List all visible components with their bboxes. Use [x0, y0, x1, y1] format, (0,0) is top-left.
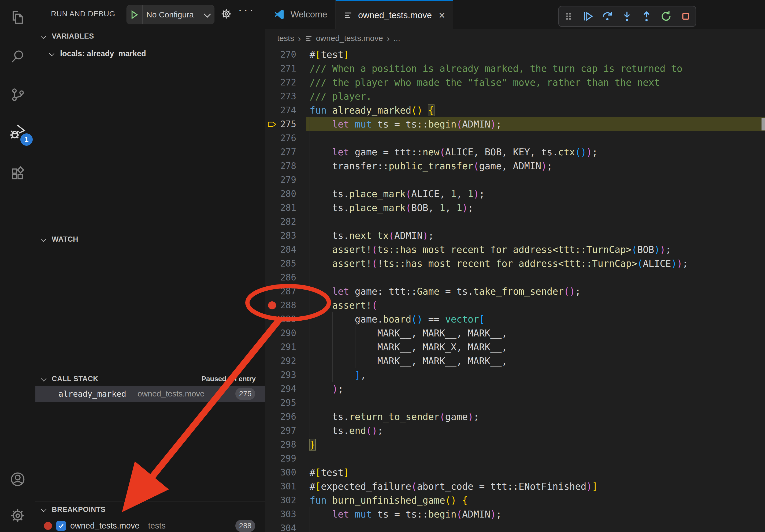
- breakpoint-icon[interactable]: [268, 301, 276, 309]
- breakpoint-list-item[interactable]: owned_tests.move tests 288: [35, 518, 265, 532]
- gutter[interactable]: [265, 243, 279, 257]
- code-text: }: [307, 438, 765, 452]
- gutter[interactable]: [265, 382, 279, 396]
- breakpoint-checkbox[interactable]: [56, 521, 66, 531]
- gutter[interactable]: [265, 452, 279, 465]
- gutter[interactable]: [265, 131, 279, 145]
- gutter[interactable]: [265, 215, 279, 229]
- tab-label: owned_tests.move: [358, 10, 432, 20]
- gutter[interactable]: [265, 48, 279, 62]
- gutter[interactable]: [265, 396, 279, 410]
- gutter[interactable]: [265, 145, 279, 159]
- stop-button[interactable]: [679, 10, 692, 23]
- drag-handle-icon[interactable]: [563, 10, 574, 23]
- continue-button[interactable]: [582, 10, 594, 23]
- breadcrumb-file[interactable]: owned_tests.move: [316, 34, 383, 43]
- line-number: 274: [279, 104, 296, 117]
- activity-settings[interactable]: [0, 507, 35, 524]
- check-icon: [58, 522, 65, 529]
- code-line-304: 304: [265, 521, 765, 532]
- current-line-icon: [267, 121, 277, 128]
- step-out-button[interactable]: [640, 10, 653, 23]
- code-text: assert!(!ts::has_most_recent_for_address…: [307, 257, 765, 271]
- code-line-276: 276: [265, 131, 765, 145]
- section-breakpoints[interactable]: BREAKPOINTS: [35, 504, 265, 515]
- gutter[interactable]: [265, 410, 279, 424]
- gutter[interactable]: [265, 298, 279, 312]
- code-line-274: 274fun already_marked() {: [265, 104, 765, 117]
- code-line-296: 296 ts.return_to_sender(game);: [265, 410, 765, 424]
- gutter[interactable]: [265, 271, 279, 285]
- gutter[interactable]: [265, 90, 279, 104]
- gutter[interactable]: [265, 493, 279, 507]
- gutter[interactable]: [265, 229, 279, 243]
- line-number: 281: [279, 201, 296, 215]
- activity-search[interactable]: [0, 49, 35, 64]
- gutter[interactable]: [265, 104, 279, 117]
- gutter[interactable]: [265, 285, 279, 298]
- debug-settings-button[interactable]: [220, 8, 233, 21]
- code-line-272: 272/// the player who made the "false" m…: [265, 76, 765, 90]
- gutter[interactable]: [265, 479, 279, 493]
- step-over-button[interactable]: [601, 10, 613, 23]
- gutter[interactable]: [265, 340, 279, 354]
- breadcrumb-dir[interactable]: tests: [277, 34, 294, 43]
- line-number: 300: [279, 465, 296, 479]
- gutter[interactable]: [265, 117, 279, 131]
- tab-owned-tests[interactable]: owned_tests.move ×: [336, 0, 453, 29]
- code-text: MARK__, MARK_X, MARK__,: [307, 340, 765, 354]
- gutter[interactable]: [265, 438, 279, 452]
- more-actions-icon[interactable]: ···: [238, 2, 255, 17]
- breadcrumb-more[interactable]: ...: [393, 34, 400, 43]
- launch-config-dropdown[interactable]: No Configura: [127, 5, 215, 24]
- vscode-logo-icon: [274, 9, 285, 20]
- code-line-294: 294 );: [265, 382, 765, 396]
- gutter[interactable]: [265, 201, 279, 215]
- tab-label: Welcome: [291, 9, 327, 20]
- line-number: 302: [279, 493, 296, 507]
- code-line-297: 297 ts.end();: [265, 424, 765, 438]
- stack-frame-row[interactable]: already_marked owned_tests.move 275: [35, 386, 265, 402]
- code-line-301: 301#[expected_failure(abort_code = ttt::…: [265, 479, 765, 493]
- locals-scope-row[interactable]: locals: already_marked: [35, 48, 265, 60]
- code-text: );: [307, 382, 765, 396]
- code-text: let mut ts = ts::begin(ADMIN);: [307, 117, 765, 131]
- code-text: #[test]: [307, 48, 765, 62]
- gutter[interactable]: [265, 465, 279, 479]
- code-area[interactable]: 270#[test]271/// When a position is alre…: [265, 48, 765, 532]
- line-number: 304: [279, 521, 296, 532]
- activity-account[interactable]: [0, 471, 35, 487]
- tab-welcome[interactable]: Welcome: [265, 0, 336, 29]
- gutter[interactable]: [265, 424, 279, 438]
- restart-button[interactable]: [660, 10, 672, 23]
- gutter[interactable]: [265, 187, 279, 201]
- gutter[interactable]: [265, 76, 279, 90]
- gutter[interactable]: [265, 159, 279, 173]
- breakpoint-line-badge: 288: [235, 520, 255, 532]
- step-into-button[interactable]: [621, 10, 633, 23]
- indent-guide: [310, 117, 310, 438]
- activity-bar: 1: [0, 0, 36, 532]
- gutter[interactable]: [265, 354, 279, 368]
- close-icon[interactable]: ×: [439, 10, 445, 21]
- activity-run-debug[interactable]: 1: [0, 123, 35, 141]
- gutter[interactable]: [265, 326, 279, 340]
- line-number: 287: [279, 285, 296, 298]
- gutter[interactable]: [265, 312, 279, 326]
- gutter[interactable]: [265, 368, 279, 382]
- gutter[interactable]: [265, 521, 279, 532]
- section-call-stack[interactable]: CALL STACK Paused on entry: [35, 373, 265, 385]
- gutter[interactable]: [265, 62, 279, 76]
- line-number: 280: [279, 187, 296, 201]
- gutter[interactable]: [265, 507, 279, 521]
- activity-explorer[interactable]: [0, 10, 35, 25]
- start-debug-button[interactable]: [127, 5, 143, 24]
- indent-guide: [310, 507, 310, 532]
- code-text: fun burn_unfinished_game() {: [307, 493, 765, 507]
- section-watch[interactable]: WATCH: [35, 233, 265, 245]
- section-variables[interactable]: VARIABLES: [35, 30, 265, 42]
- activity-extensions[interactable]: [0, 166, 35, 182]
- activity-source-control[interactable]: [0, 87, 35, 102]
- gutter[interactable]: [265, 173, 279, 187]
- gutter[interactable]: [265, 257, 279, 271]
